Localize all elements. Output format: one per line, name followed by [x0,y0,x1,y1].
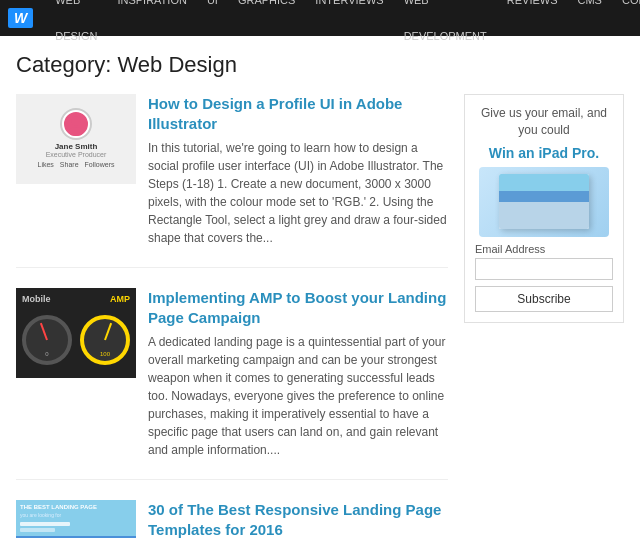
page-body: Category: Web Design Jane Smith Executiv… [0,36,640,538]
article-content-2: Implementing AMP to Boost your Landing P… [148,288,448,459]
article-content-1: How to Design a Profile UI in Adobe Illu… [148,94,448,247]
stat-followers: Followers [85,161,115,168]
nav-item-contact[interactable]: Contact [612,0,640,54]
avatar [62,110,90,138]
content-area: Jane Smith Executive Producer Likes Shar… [16,94,624,538]
promo-widget: Give us your email, and you could Win an… [464,94,624,323]
navigation: W Web Design Inspiration UI Graphics Int… [0,0,640,36]
ipad-illustration [479,167,609,237]
article-excerpt-1: In this tutorial, we're going to learn h… [148,139,448,247]
article-title-1[interactable]: How to Design a Profile UI in Adobe Illu… [148,94,448,133]
nav-item-web-development[interactable]: Web Development [394,0,497,54]
profile-stats: Likes Share Followers [38,161,115,168]
svg-point-0 [71,116,81,126]
article-excerpt-2: A dedicated landing page is a quintessen… [148,333,448,459]
amp-labels: Mobile AMP [22,294,130,304]
mobile-label: Mobile [22,294,51,304]
amp-thumbnail: Mobile AMP 0 100 [16,288,136,378]
article-content-3: 30 of The Best Responsive Landing Page T… [148,500,448,538]
svg-point-1 [68,127,84,136]
articles-list: Jane Smith Executive Producer Likes Shar… [16,94,448,538]
article-thumbnail-1: Jane Smith Executive Producer Likes Shar… [16,94,136,184]
email-label: Email Address [475,243,613,255]
device-image [499,174,589,229]
article-thumbnail-2: Mobile AMP 0 100 [16,288,136,378]
article-title-2[interactable]: Implementing AMP to Boost your Landing P… [148,288,448,327]
thumb3-sub: you are looking for [20,512,61,518]
gauge-right: 100 [80,315,130,365]
stat-likes: Likes [38,161,54,168]
promo-text: Give us your email, and you could [475,105,613,139]
table-row: THE BEST LANDING PAGE you are looking fo… [16,500,448,538]
thumb3-bar2 [20,528,55,532]
thumb3-heading: THE BEST LANDING PAGE [20,504,97,510]
email-form: Email Address Subscribe [475,243,613,312]
nav-item-graphics[interactable]: Graphics [228,0,305,54]
table-row: Mobile AMP 0 100 [16,288,448,480]
nav-item-inspiration[interactable]: Inspiration [107,0,196,54]
sidebar: Give us your email, and you could Win an… [464,94,624,538]
nav-item-cms[interactable]: CMS [568,0,612,54]
site-logo[interactable]: W [8,8,33,28]
article-thumbnail-3: THE BEST LANDING PAGE you are looking fo… [16,500,136,538]
nav-item-reviews[interactable]: Reviews [497,0,568,54]
landing-page-thumbnail: THE BEST LANDING PAGE you are looking fo… [16,500,136,538]
email-input[interactable] [475,258,613,280]
nav-item-ui[interactable]: UI [197,0,228,54]
author-role: Executive Producer [46,151,107,158]
table-row: Jane Smith Executive Producer Likes Shar… [16,94,448,268]
stat-share: Share [60,161,79,168]
author-name: Jane Smith [55,142,98,151]
amp-label: AMP [110,294,130,304]
device-screen [499,174,589,229]
gauge-left: 0 [22,315,72,365]
article-title-3[interactable]: 30 of The Best Responsive Landing Page T… [148,500,448,538]
profile-ui-thumbnail: Jane Smith Executive Producer Likes Shar… [16,94,136,184]
nav-item-interviews[interactable]: Interviews [305,0,393,54]
page-title: Category: Web Design [16,52,624,78]
thumb3-bar1 [20,522,70,526]
subscribe-button[interactable]: Subscribe [475,286,613,312]
promo-bold-text: Win an iPad Pro. [475,145,613,161]
nav-item-web-design[interactable]: Web Design [45,0,107,54]
nav-menu: Web Design Inspiration UI Graphics Inter… [45,0,640,54]
